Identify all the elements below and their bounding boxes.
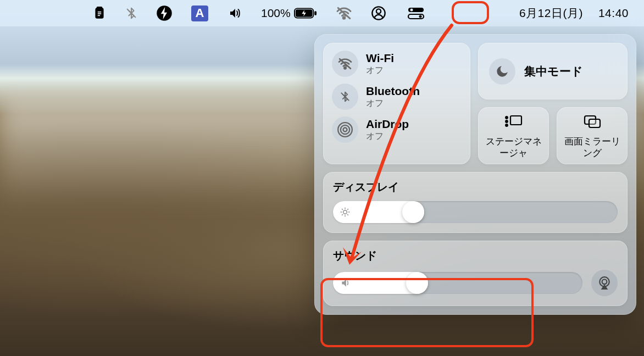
svg-line-38 xyxy=(347,209,348,210)
screen-mirroring-icon xyxy=(582,114,602,131)
airdrop-title: AirDrop xyxy=(366,118,409,131)
svg-point-13 xyxy=(376,9,381,13)
svg-line-35 xyxy=(342,209,343,210)
svg-rect-29 xyxy=(589,119,600,127)
bluetooth-status: オフ xyxy=(366,98,420,109)
airdrop-toggle[interactable]: AirDrop オフ xyxy=(332,116,462,143)
control-center-panel: Wi-Fi オフ Bluetooth オフ AirDrop xyxy=(314,34,636,315)
svg-line-36 xyxy=(347,214,348,215)
clipboard-icon[interactable] xyxy=(92,5,107,21)
sound-volume-slider[interactable] xyxy=(333,272,582,294)
svg-point-40 xyxy=(602,279,607,284)
svg-point-15 xyxy=(410,9,413,12)
svg-line-37 xyxy=(342,214,343,215)
screen-mirroring-button[interactable]: 画面ミラーリング xyxy=(557,107,628,164)
stage-manager-button[interactable]: ステージマネージャ xyxy=(478,107,549,164)
airdrop-status: オフ xyxy=(366,131,409,142)
bluetooth-icon xyxy=(332,84,358,110)
svg-point-26 xyxy=(506,120,508,123)
svg-rect-1 xyxy=(97,7,102,9)
svg-point-22 xyxy=(341,125,349,134)
user-icon[interactable] xyxy=(371,5,386,21)
input-source-indicator[interactable]: A xyxy=(191,5,208,21)
stage-manager-icon xyxy=(504,114,524,131)
wifi-off-icon[interactable] xyxy=(336,7,352,20)
airplay-audio-button[interactable] xyxy=(591,270,618,296)
svg-point-17 xyxy=(419,15,421,18)
display-title: ディスプレイ xyxy=(333,180,618,194)
svg-point-18 xyxy=(344,67,346,69)
svg-rect-24 xyxy=(510,116,521,125)
bluetooth-toggle[interactable]: Bluetooth オフ xyxy=(332,84,462,110)
display-brightness-slider[interactable] xyxy=(333,201,618,223)
network-tile: Wi-Fi オフ Bluetooth オフ AirDrop xyxy=(323,43,470,164)
svg-point-30 xyxy=(343,210,347,214)
menubar-date[interactable]: 6月12日(月) xyxy=(519,5,583,21)
control-center-icon[interactable] xyxy=(405,5,427,21)
bluetooth-title: Bluetooth xyxy=(366,85,420,98)
menubar-left-group: A 100% xyxy=(92,5,427,21)
battery-status[interactable]: 100% xyxy=(261,7,317,20)
airdrop-icon xyxy=(332,116,358,143)
airplay-icon xyxy=(597,276,612,290)
svg-rect-9 xyxy=(314,11,317,15)
bluetooth-off-icon[interactable] xyxy=(125,5,137,21)
brightness-icon xyxy=(340,207,351,218)
moon-icon xyxy=(489,58,515,85)
volume-icon[interactable] xyxy=(227,7,242,20)
focus-mode-toggle[interactable]: 集中モード xyxy=(478,43,628,99)
svg-point-27 xyxy=(506,124,508,126)
wifi-title: Wi-Fi xyxy=(366,52,394,65)
screen-mirroring-label: 画面ミラーリング xyxy=(560,136,624,158)
sound-section: サウンド xyxy=(323,241,628,306)
svg-point-25 xyxy=(506,116,508,119)
display-section: ディスプレイ xyxy=(323,172,628,233)
wifi-status: オフ xyxy=(366,65,394,76)
bolt-icon[interactable] xyxy=(156,5,173,21)
menubar: A 100% 6月12日(月) 14:40 xyxy=(0,0,644,26)
sound-title: サウンド xyxy=(333,248,618,263)
menubar-time[interactable]: 14:40 xyxy=(598,7,629,20)
battery-percent-label: 100% xyxy=(261,7,291,20)
battery-charging-icon xyxy=(294,7,317,19)
wifi-toggle[interactable]: Wi-Fi オフ xyxy=(332,51,462,77)
stage-manager-label: ステージマネージャ xyxy=(481,136,546,158)
speaker-icon xyxy=(340,277,352,288)
focus-title: 集中モード xyxy=(524,64,583,79)
wifi-icon xyxy=(332,51,358,77)
svg-point-10 xyxy=(343,17,345,19)
svg-point-21 xyxy=(343,128,347,132)
